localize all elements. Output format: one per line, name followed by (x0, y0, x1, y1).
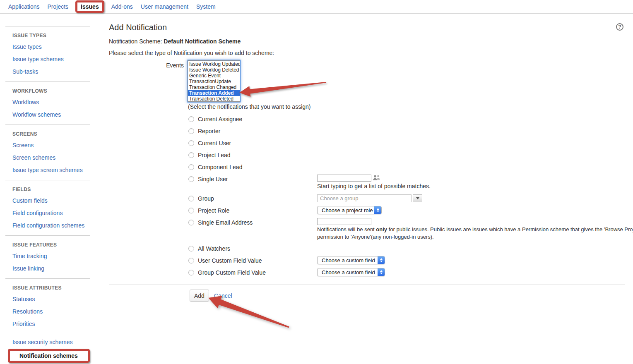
radio-project-lead[interactable]: Project Lead (188, 151, 231, 159)
radio-reporter[interactable]: Reporter (188, 127, 220, 135)
sidebar-item-issue-types[interactable]: Issue types (12, 43, 42, 50)
sidebar-item-notification-schemes-active-annotated: Notification schemes (8, 349, 90, 363)
radio-icon[interactable] (188, 140, 194, 146)
sidebar-section-issue-features: ISSUE FEATURES Time tracking Issue linki… (5, 235, 90, 278)
radio-label: Project Lead (198, 152, 231, 158)
section-heading: WORKFLOWS (12, 88, 90, 95)
radio-icon[interactable] (188, 246, 194, 251)
select-stepper-icon (374, 206, 381, 214)
intro-text: Please select the type of Notification y… (109, 50, 274, 56)
radio-group-custom-field-value[interactable]: Group Custom Field Value (188, 268, 266, 277)
section-heading: FIELDS (12, 186, 90, 193)
event-option[interactable]: TransactionUpdate (188, 79, 240, 84)
sidebar-item-priorities[interactable]: Priorities (12, 321, 35, 327)
single-email-input[interactable] (317, 218, 371, 225)
sidebar-item-time-tracking[interactable]: Time tracking (12, 253, 47, 259)
page-title: Add Notification (109, 23, 167, 32)
nav-item-addons[interactable]: Add-ons (111, 3, 133, 10)
project-role-select[interactable]: Choose a project role (317, 206, 382, 214)
add-button[interactable]: Add (190, 290, 209, 302)
top-navigation: Applications Projects Issues Add-ons Use… (0, 0, 633, 14)
sidebar-section-schemes: Issue security schemes Notification sche… (5, 334, 90, 364)
sidebar-item-sub-tasks[interactable]: Sub-tasks (12, 68, 38, 75)
radio-group[interactable]: Group (188, 194, 214, 203)
section-heading: ISSUE ATTRIBUTES (12, 285, 90, 292)
sidebar-item-issue-linking[interactable]: Issue linking (12, 265, 44, 272)
radio-icon[interactable] (188, 152, 194, 158)
single-user-input[interactable] (317, 175, 371, 182)
section-heading: ISSUE FEATURES (12, 242, 90, 249)
sidebar-section-screens: SCREENS Screens Screen schemes Issue typ… (5, 125, 90, 180)
nav-item-user-management[interactable]: User management (141, 3, 188, 10)
sidebar-item-workflows[interactable]: Workflows (12, 99, 39, 105)
sidebar-item-custom-fields[interactable]: Custom fields (12, 197, 48, 204)
radio-icon[interactable] (188, 176, 194, 182)
radio-icon[interactable] (188, 128, 194, 134)
people-icon (373, 175, 381, 181)
section-heading: SCREENS (12, 131, 90, 138)
sidebar-section-issue-attributes: ISSUE ATTRIBUTES Statuses Resolutions Pr… (5, 278, 90, 334)
radio-icon[interactable] (188, 270, 194, 275)
sidebar-item-workflow-schemes[interactable]: Workflow schemes (12, 111, 61, 118)
sidebar-item-statuses[interactable]: Statuses (12, 296, 35, 302)
radio-component-lead[interactable]: Component Lead (188, 163, 242, 171)
nav-item-projects[interactable]: Projects (48, 3, 69, 10)
sidebar-item-notification-schemes[interactable]: Notification schemes (19, 352, 78, 359)
sidebar-item-issue-type-schemes[interactable]: Issue type schemes (12, 56, 64, 62)
email-note-text: permission to 'Anyone'(any non-logged-in… (317, 234, 434, 240)
events-listbox[interactable]: Issue Worklog Updated Issue Worklog Dele… (188, 60, 240, 102)
radio-icon[interactable] (188, 116, 194, 122)
sidebar-item-field-configurations[interactable]: Field configurations (12, 210, 63, 216)
select-value: Choose a custom field (318, 257, 378, 263)
main-content: Add Notification ? Notification Scheme: … (109, 0, 625, 364)
sidebar-item-screens[interactable]: Screens (12, 142, 34, 148)
event-option[interactable]: Issue Worklog Updated (188, 61, 240, 67)
group-picker[interactable]: Choose a group (317, 194, 412, 202)
group-picker-dropdown-button[interactable] (413, 194, 422, 202)
radio-project-role[interactable]: Project Role (188, 206, 229, 215)
title-divider (109, 35, 625, 35)
events-label: Events (109, 62, 184, 69)
nav-item-system[interactable]: System (196, 3, 216, 10)
radio-single-email-address[interactable]: Single Email Address (188, 218, 253, 227)
radio-icon[interactable] (188, 164, 194, 170)
radio-icon[interactable] (188, 220, 194, 225)
radio-label: Current User (198, 140, 231, 146)
sidebar-section-workflows: WORKFLOWS Workflows Workflow schemes (5, 81, 90, 125)
section-heading: ISSUE TYPES (12, 32, 90, 39)
radio-icon[interactable] (188, 196, 194, 201)
group-custom-field-select[interactable]: Choose a custom field (317, 268, 385, 276)
radio-current-assignee[interactable]: Current Assignee (188, 115, 242, 123)
sidebar-item-screen-schemes[interactable]: Screen schemes (12, 154, 55, 161)
cancel-link[interactable]: Cancel (214, 292, 232, 299)
radio-single-user[interactable]: Single User (188, 175, 228, 183)
radio-icon[interactable] (188, 258, 194, 263)
radio-all-watchers[interactable]: All Watchers (188, 244, 230, 253)
sidebar-item-field-configuration-schemes[interactable]: Field configuration schemes (12, 222, 84, 229)
dropdown-arrow-icon (416, 197, 419, 199)
sidebar-item-issue-security-schemes[interactable]: Issue security schemes (12, 339, 73, 345)
sidebar-item-resolutions[interactable]: Resolutions (12, 308, 43, 315)
email-note: Notifications will be sent only for publ… (317, 226, 633, 241)
sidebar-item-issue-type-screen-schemes[interactable]: Issue type screen schemes (12, 167, 83, 173)
email-note-text: Notifications will be sent (317, 226, 376, 232)
event-option[interactable]: Issue Worklog Deleted (188, 67, 240, 73)
scheme-name: Default Notification Scheme (164, 38, 241, 45)
event-option[interactable]: Transaction Changed (188, 84, 240, 90)
event-option[interactable]: Transaction Deleted (188, 96, 240, 102)
help-icon[interactable]: ? (616, 23, 623, 31)
single-user-hint: Start typing to get a list of possible m… (317, 183, 431, 189)
nav-item-applications[interactable]: Applications (8, 3, 40, 10)
radio-icon[interactable] (188, 208, 194, 213)
radio-label: All Watchers (198, 245, 230, 252)
radio-label: Group (198, 195, 214, 202)
radio-current-user[interactable]: Current User (188, 139, 231, 147)
scheme-line: Notification Scheme: Default Notificatio… (109, 38, 241, 45)
sidebar-section-issue-types: ISSUE TYPES Issue types Issue type schem… (5, 26, 90, 81)
nav-item-issues-active-annotated[interactable]: Issues (75, 0, 104, 13)
sidebar-section-fields: FIELDS Custom fields Field configuration… (5, 180, 90, 235)
user-custom-field-select[interactable]: Choose a custom field (317, 256, 385, 264)
event-option[interactable]: Generic Event (188, 73, 240, 79)
radio-user-custom-field-value[interactable]: User Custom Field Value (188, 256, 262, 265)
event-option-selected[interactable]: Transaction Added (188, 90, 240, 96)
